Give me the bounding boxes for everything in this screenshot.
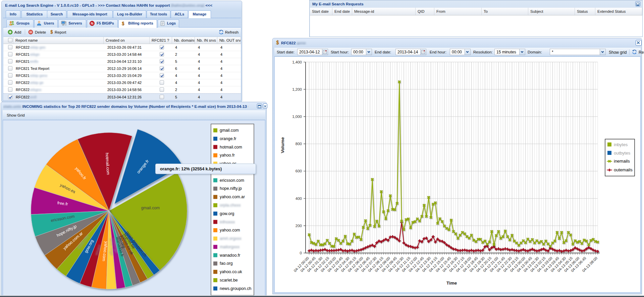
svg-text:$: $ bbox=[50, 29, 53, 34]
svg-text:$: $ bbox=[276, 40, 279, 45]
svg-text:1,400: 1,400 bbox=[292, 60, 302, 64]
svg-text:mailorgxxx: mailorgxxx bbox=[220, 245, 240, 249]
svg-text:yahoo.co.uk: yahoo.co.uk bbox=[220, 269, 243, 274]
svg-text:200: 200 bbox=[296, 224, 302, 228]
svg-text:scarlet.be: scarlet.be bbox=[220, 278, 238, 283]
svg-text:$: $ bbox=[122, 21, 124, 26]
svg-text:amrt.orgxxx: amrt.orgxxx bbox=[220, 236, 242, 241]
svg-text:gmail.com: gmail.com bbox=[220, 128, 238, 133]
svg-text:outbytes: outbytes bbox=[614, 151, 631, 156]
svg-text:600: 600 bbox=[296, 169, 302, 173]
svg-text:inbytes: inbytes bbox=[614, 142, 628, 147]
svg-text:ericsson.com: ericsson.com bbox=[220, 178, 244, 183]
svg-text:gmail.com: gmail.com bbox=[141, 206, 160, 210]
svg-text:1,000: 1,000 bbox=[292, 115, 302, 119]
svg-text:news.groupon.ch: news.groupon.ch bbox=[220, 286, 251, 291]
svg-text:hotmail.com: hotmail.com bbox=[220, 145, 242, 150]
svg-text:Time: Time bbox=[446, 281, 457, 286]
svg-text:inemails: inemails bbox=[614, 159, 630, 164]
svg-text:800: 800 bbox=[296, 142, 302, 146]
svg-text:hope.nifty.jp: hope.nifty.jp bbox=[220, 186, 242, 191]
svg-text:f5: f5 bbox=[91, 22, 93, 25]
svg-text:wanadoo.fr: wanadoo.fr bbox=[219, 253, 240, 258]
svg-text:infnoxxx: infnoxxx bbox=[220, 220, 235, 224]
svg-text:orange.fr: orange.fr bbox=[220, 136, 236, 141]
svg-text:orpla.chxxx: orpla.chxxx bbox=[220, 203, 241, 208]
svg-text:1,200: 1,200 bbox=[292, 87, 302, 91]
svg-text:0: 0 bbox=[300, 251, 302, 255]
svg-text:outemails: outemails bbox=[614, 167, 633, 172]
svg-text:fao.org: fao.org bbox=[220, 261, 233, 266]
svg-text:Volume: Volume bbox=[280, 137, 285, 153]
svg-text:yahoo.com: yahoo.com bbox=[220, 228, 240, 232]
svg-text:yahoo.fr: yahoo.fr bbox=[220, 153, 235, 158]
svg-text:yahoo.com.ar: yahoo.com.ar bbox=[220, 195, 245, 199]
svg-text:gow.org: gow.org bbox=[220, 211, 234, 216]
svg-text:400: 400 bbox=[296, 197, 302, 201]
